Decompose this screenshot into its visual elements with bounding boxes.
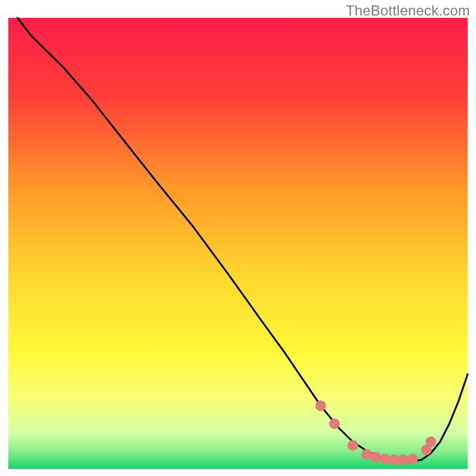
- highlight-dot: [398, 455, 409, 465]
- highlight-dot: [361, 449, 372, 460]
- highlight-dot: [380, 453, 390, 464]
- chart-container: TheBottleneck.com: [0, 0, 476, 476]
- highlight-dot: [407, 453, 418, 464]
- gradient-background: [8, 18, 468, 469]
- highlight-dot: [425, 437, 436, 447]
- highlight-dot: [329, 418, 340, 429]
- highlight-dot: [389, 455, 400, 465]
- plot-area: [8, 18, 468, 469]
- attribution-label: TheBottleneck.com: [346, 2, 470, 19]
- bottleneck-curve-chart: [0, 0, 476, 476]
- highlight-dot: [371, 452, 381, 462]
- highlight-dot: [347, 440, 358, 451]
- highlight-dot: [315, 400, 326, 411]
